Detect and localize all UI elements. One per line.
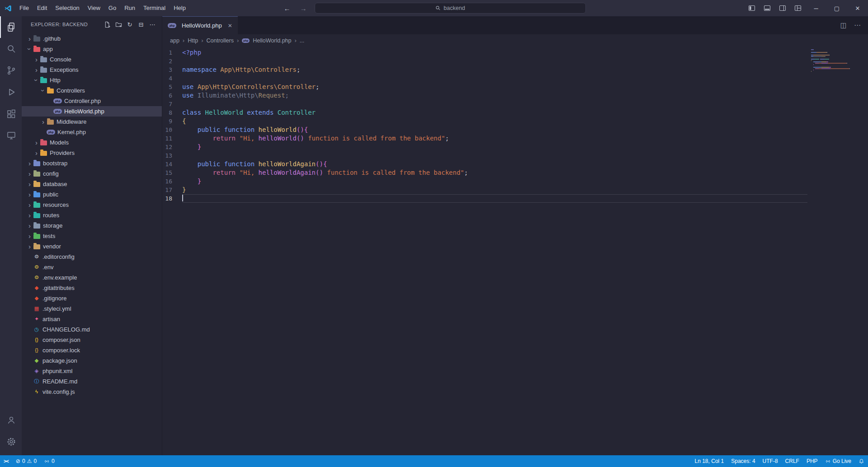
- tree-item-routes[interactable]: ›routes: [22, 210, 162, 220]
- tree-item-.styleci.yml[interactable]: ▦.styleci.yml: [22, 304, 162, 314]
- tree-item-Controller.php[interactable]: phpController.php: [22, 96, 162, 106]
- menu-item-terminal[interactable]: Terminal: [139, 0, 170, 16]
- tree-item-config[interactable]: ›config: [22, 168, 162, 179]
- code-line-12[interactable]: 12 }: [162, 143, 807, 151]
- cursor-position[interactable]: Ln 18, Col 1: [691, 455, 728, 467]
- menu-item-go[interactable]: Go: [104, 0, 120, 16]
- code-line-6[interactable]: 6use Illuminate\Http\Request;: [162, 91, 807, 100]
- code-line-17[interactable]: 17}: [162, 186, 807, 194]
- language-mode[interactable]: PHP: [803, 455, 821, 467]
- tree-item-.gitattributes[interactable]: ◆.gitattributes: [22, 283, 162, 293]
- code-line-1[interactable]: 1<?php: [162, 48, 807, 57]
- tree-item-bootstrap[interactable]: ›bootstrap: [22, 158, 162, 168]
- tree-item-public[interactable]: ›public: [22, 189, 162, 200]
- problems-indicator[interactable]: ⊘ 0 ⚠ 0: [12, 455, 40, 467]
- run-debug-icon[interactable]: [0, 81, 22, 103]
- remote-indicator[interactable]: ><: [0, 455, 12, 467]
- tree-item-storage[interactable]: ›storage: [22, 220, 162, 231]
- code-line-11[interactable]: 11 return "Hi, helloWorld() function is …: [162, 134, 807, 143]
- code-line-18[interactable]: 18: [162, 194, 807, 203]
- code-line-8[interactable]: 8class HelloWorld extends Controller: [162, 108, 807, 117]
- tree-item-resources[interactable]: ›resources: [22, 200, 162, 210]
- tree-item-.env.example[interactable]: ⚙.env.example: [22, 272, 162, 283]
- customize-layout-icon[interactable]: [790, 0, 806, 16]
- new-file-icon[interactable]: [102, 19, 112, 29]
- tree-item-artisan[interactable]: ✦artisan: [22, 314, 162, 324]
- explorer-icon[interactable]: [0, 16, 22, 38]
- editor-more-icon[interactable]: ⋯: [854, 21, 861, 29]
- minimap[interactable]: [807, 47, 868, 455]
- code-line-10[interactable]: 10 public function helloWorld(){: [162, 126, 807, 134]
- tree-item-Providers[interactable]: ›Providers: [22, 148, 162, 158]
- tree-item-composer.json[interactable]: {}composer.json: [22, 335, 162, 345]
- breadcrumb-file[interactable]: HelloWorld.php: [253, 37, 291, 44]
- eol-sequence[interactable]: CRLF: [782, 455, 803, 467]
- tree-item-Controllers[interactable]: ›Controllers: [22, 85, 162, 96]
- close-button[interactable]: ✕: [847, 0, 868, 16]
- tree-item-vite.config.js[interactable]: ϟvite.config.js: [22, 387, 162, 397]
- menu-item-view[interactable]: View: [84, 0, 104, 16]
- tree-item-Http[interactable]: ›Http: [22, 75, 162, 85]
- tree-item-composer.lock[interactable]: {}composer.lock: [22, 345, 162, 355]
- tree-item-vendor[interactable]: ›vendor: [22, 241, 162, 252]
- ports-indicator[interactable]: 0: [40, 455, 58, 467]
- forward-arrow-icon[interactable]: →: [298, 5, 308, 12]
- breadcrumb-app[interactable]: app: [170, 37, 179, 44]
- tree-item-CHANGELOG.md[interactable]: ◷CHANGELOG.md: [22, 324, 162, 335]
- code-line-16[interactable]: 16 }: [162, 177, 807, 186]
- tree-item-database[interactable]: ›database: [22, 179, 162, 189]
- tree-item-HelloWorld.php[interactable]: phpHelloWorld.php: [22, 106, 162, 117]
- maximize-button[interactable]: ▢: [826, 0, 847, 16]
- split-editor-icon[interactable]: ◫: [840, 21, 847, 29]
- tree-item-.editorconfig[interactable]: ⚙.editorconfig: [22, 252, 162, 262]
- settings-gear-icon[interactable]: [0, 431, 22, 453]
- code-line-4[interactable]: 4: [162, 74, 807, 83]
- tree-item-Console[interactable]: ›Console: [22, 54, 162, 65]
- more-actions-icon[interactable]: ⋯: [147, 19, 157, 29]
- code-line-2[interactable]: 2: [162, 57, 807, 65]
- editor-pane[interactable]: 1<?php23namespace App\Http\Controllers;4…: [162, 47, 868, 455]
- tree-item-app[interactable]: ›app: [22, 44, 162, 54]
- tree-item-phpunit.xml[interactable]: ◈phpunit.xml: [22, 366, 162, 376]
- code-line-9[interactable]: 9{: [162, 117, 807, 126]
- accounts-icon[interactable]: [0, 409, 22, 431]
- tree-item-Models[interactable]: ›Models: [22, 137, 162, 148]
- tree-item-Kernel.php[interactable]: phpKernel.php: [22, 127, 162, 137]
- back-arrow-icon[interactable]: ←: [282, 5, 292, 12]
- code-line-3[interactable]: 3namespace App\Http\Controllers;: [162, 65, 807, 74]
- menu-item-edit[interactable]: Edit: [33, 0, 51, 16]
- notifications-bell[interactable]: [855, 455, 868, 467]
- code-line-7[interactable]: 7: [162, 100, 807, 108]
- tree-item-Exceptions[interactable]: ›Exceptions: [22, 65, 162, 75]
- toggle-panel-icon[interactable]: [760, 0, 775, 16]
- remote-explorer-icon[interactable]: [0, 125, 22, 146]
- refresh-icon[interactable]: ↻: [125, 19, 135, 29]
- toggle-secondary-sidebar-icon[interactable]: [775, 0, 790, 16]
- tab-helloworld-php[interactable]: php HelloWorld.php ✕: [162, 16, 238, 34]
- tree-item-.gitignore[interactable]: ◆.gitignore: [22, 293, 162, 304]
- breadcrumb-controllers[interactable]: Controllers: [206, 37, 233, 44]
- tree-item-README.md[interactable]: ⓘREADME.md: [22, 376, 162, 387]
- close-tab-icon[interactable]: ✕: [228, 23, 232, 29]
- extensions-icon[interactable]: [0, 103, 22, 125]
- indentation[interactable]: Spaces: 4: [727, 455, 759, 467]
- tree-item-.env[interactable]: ⚙.env: [22, 262, 162, 272]
- go-live-button[interactable]: Go Live: [821, 455, 855, 467]
- source-control-icon[interactable]: [0, 60, 22, 81]
- minimize-button[interactable]: ─: [806, 0, 826, 16]
- command-center-search[interactable]: backend: [315, 3, 586, 14]
- breadcrumb-symbol[interactable]: ...: [300, 37, 304, 44]
- toggle-sidebar-icon[interactable]: [744, 0, 760, 16]
- collapse-folders-icon[interactable]: ⊟: [136, 19, 146, 29]
- code-line-13[interactable]: 13: [162, 151, 807, 160]
- code-line-14[interactable]: 14 public function helloWorldAgain(){: [162, 160, 807, 168]
- new-folder-icon[interactable]: [113, 19, 123, 29]
- code-line-5[interactable]: 5use App\Http\Controllers\Controller;: [162, 83, 807, 91]
- breadcrumb-http[interactable]: Http: [188, 37, 198, 44]
- menu-item-run[interactable]: Run: [120, 0, 139, 16]
- code-line-15[interactable]: 15 return "Hi, helloWorldAgain() functio…: [162, 168, 807, 177]
- search-icon[interactable]: [0, 38, 22, 60]
- tree-item-package.json[interactable]: ◆package.json: [22, 355, 162, 366]
- menu-item-selection[interactable]: Selection: [51, 0, 83, 16]
- tree-item-.github[interactable]: ›.github: [22, 33, 162, 44]
